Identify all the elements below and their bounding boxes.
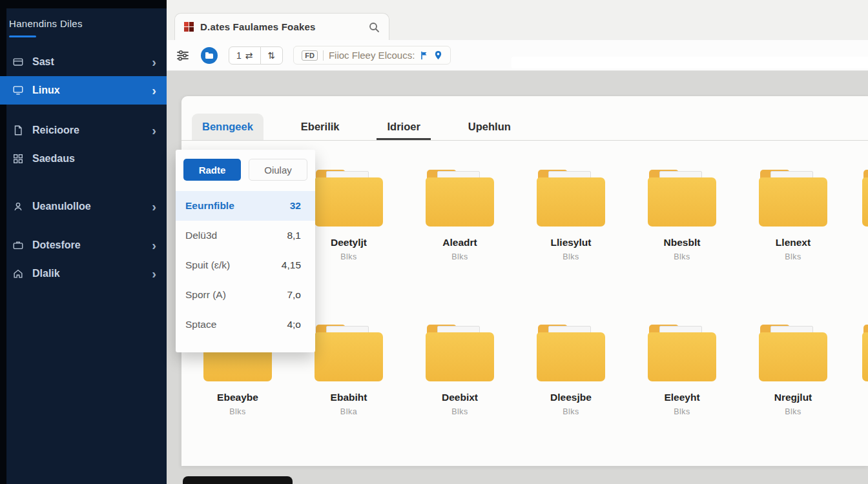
sidebar-item-reicioore[interactable]: Reicioore› bbox=[0, 116, 167, 145]
sidebar: Hanendins Diles Sast›Linux›Reicioore›Sae… bbox=[0, 0, 167, 484]
address-bar[interactable]: FD Fiioc Fleey Elcoucs: bbox=[293, 46, 451, 65]
updown-arrows-icon: ⇅ bbox=[268, 50, 276, 61]
page-number: 1 bbox=[236, 50, 242, 61]
pin-icon[interactable] bbox=[434, 50, 442, 60]
folder-icon bbox=[313, 170, 384, 227]
folder-name: Ebabiht bbox=[331, 392, 367, 403]
folder-item[interactable]: LlenextBlks bbox=[745, 170, 842, 261]
folder-icon bbox=[758, 325, 829, 381]
folder-name: Nregjlut bbox=[774, 392, 812, 403]
monitor-icon bbox=[12, 84, 25, 97]
window-tab-title: D.ates Faulames Foakes bbox=[200, 21, 316, 32]
folder-icon bbox=[424, 325, 495, 381]
folder-item[interactable]: DeebixtBlks bbox=[411, 325, 508, 416]
radte-button[interactable]: Radte bbox=[183, 159, 241, 181]
sidebar-item-label: Saedaus bbox=[32, 153, 75, 165]
folder-icon bbox=[313, 325, 384, 381]
folder-icon bbox=[535, 170, 606, 227]
popup-row-label: Spuit (ɛ/k) bbox=[185, 259, 230, 271]
sidebar-title: Hanendins Diles bbox=[9, 18, 167, 29]
user-icon bbox=[12, 200, 25, 213]
folder-subtitle: Blks bbox=[229, 407, 246, 416]
oiulay-button[interactable]: Oiulay bbox=[249, 159, 307, 181]
page-indicator[interactable]: 1 ⇄ bbox=[229, 47, 260, 64]
folder-item[interactable]: DleesjbeBlks bbox=[522, 325, 619, 416]
sidebar-item-label: Reicioore bbox=[32, 125, 79, 136]
folder-icon bbox=[646, 325, 718, 381]
address-text: Fiioc Fleey Elcoucs: bbox=[329, 50, 415, 61]
search-icon[interactable] bbox=[368, 21, 380, 33]
folder-icon bbox=[861, 325, 868, 381]
sliders-icon[interactable] bbox=[176, 48, 190, 63]
sidebar-item-saedaus[interactable]: Saedaus bbox=[0, 145, 167, 173]
drive-chip: FD bbox=[302, 50, 318, 61]
sidebar-item-label: Sast bbox=[32, 56, 54, 68]
popup-rows: Eeurnfible32Delü3d8,1Spuit (ɛ/k)4,15Spor… bbox=[176, 187, 315, 339]
sidebar-item-dlalik[interactable]: Dlalik› bbox=[0, 259, 167, 288]
chevron-right-icon: › bbox=[152, 84, 156, 97]
folder-item[interactable]: NbesbltBlks bbox=[634, 170, 730, 261]
folder-item[interactable] bbox=[848, 170, 868, 241]
window-tab[interactable]: D.ates Faulames Foakes bbox=[174, 13, 389, 40]
sidebar-item-ueanulolloe[interactable]: Ueanulolloe› bbox=[0, 192, 167, 221]
apps-icon bbox=[12, 152, 25, 165]
folder-item[interactable]: NregjlutBlks bbox=[745, 325, 842, 416]
folder-name: Lliesylut bbox=[551, 237, 592, 248]
stats-popup: RadteOiulay Eeurnfible32Delü3d8,1Spuit (… bbox=[176, 150, 315, 352]
folder-item[interactable]: AleadrtBlks bbox=[411, 170, 508, 261]
taskbar-fragment bbox=[183, 476, 293, 484]
folder-icon bbox=[424, 170, 495, 227]
chevron-right-icon: › bbox=[152, 200, 156, 213]
flag-icon[interactable] bbox=[420, 51, 429, 60]
folder-name: Eleeyht bbox=[664, 392, 699, 403]
popup-buttons: RadteOiulay bbox=[176, 150, 315, 187]
popup-row-value: 7,o bbox=[287, 289, 301, 301]
folder-icon bbox=[758, 170, 829, 227]
pager-control: 1 ⇄ ⇅ bbox=[229, 46, 283, 65]
chevron-right-icon: › bbox=[152, 124, 156, 137]
sidebar-item-label: Dotesfore bbox=[32, 239, 81, 251]
card-icon bbox=[12, 55, 25, 68]
sidebar-item-label: Dlalik bbox=[32, 268, 60, 279]
sidebar-item-sast[interactable]: Sast› bbox=[0, 48, 167, 76]
folder-name: Dleesjbe bbox=[550, 392, 592, 403]
tab-idrioer[interactable]: Idrioer bbox=[377, 114, 430, 140]
swap-arrows-icon: ⇄ bbox=[245, 50, 253, 61]
sort-toggle-button[interactable]: ⇅ bbox=[260, 47, 283, 64]
briefcase-icon bbox=[12, 239, 25, 252]
address-separator bbox=[323, 50, 324, 61]
popup-row[interactable]: Sptace4;o bbox=[176, 310, 315, 339]
folder-name: Deebixt bbox=[442, 392, 478, 403]
folder-subtitle: Blks bbox=[340, 252, 357, 261]
tab-benngeek[interactable]: Benngeek bbox=[192, 114, 264, 140]
sidebar-item-linux[interactable]: Linux› bbox=[0, 76, 167, 105]
folder-icon bbox=[646, 170, 718, 227]
folder-icon bbox=[535, 325, 606, 381]
chevron-right-icon: › bbox=[152, 267, 156, 280]
popup-row[interactable]: Spuit (ɛ/k)4,15 bbox=[176, 250, 315, 280]
blue-folder-button-icon[interactable] bbox=[200, 46, 218, 65]
folder-name: Nbesblt bbox=[664, 237, 701, 248]
content-tabs: BenngeekEberilikIdrioerUpehlun bbox=[192, 110, 521, 140]
popup-row[interactable]: Delü3d8,1 bbox=[176, 221, 315, 250]
tab-eberilik[interactable]: Eberilik bbox=[291, 114, 350, 140]
sidebar-items: Sast›Linux›Reicioore›SaedausUeanulolloe›… bbox=[0, 48, 167, 288]
folder-subtitle: Blks bbox=[563, 407, 579, 416]
folder-subtitle: Blka bbox=[340, 407, 357, 416]
popup-row[interactable]: Sporr (A)7,o bbox=[176, 280, 315, 310]
sidebar-item-dotesfore[interactable]: Dotesfore› bbox=[0, 231, 167, 259]
folder-subtitle: Blks bbox=[451, 252, 468, 261]
tab-upehlun[interactable]: Upehlun bbox=[458, 114, 521, 140]
folder-name: Llenext bbox=[776, 237, 811, 248]
window-tab-strip: D.ates Faulames Foakes bbox=[167, 0, 868, 40]
popup-row[interactable]: Eeurnfible32 bbox=[176, 191, 315, 221]
popup-row-label: Sporr (A) bbox=[185, 289, 226, 301]
folder-item[interactable] bbox=[848, 325, 868, 396]
home-icon bbox=[12, 267, 25, 280]
folder-item[interactable]: EleeyhtBlks bbox=[634, 325, 730, 416]
popup-row-value: 8,1 bbox=[287, 230, 301, 241]
popup-row-value: 4;o bbox=[287, 319, 301, 330]
secondary-toolbar-strip bbox=[512, 57, 868, 68]
folder-item[interactable]: LliesylutBlks bbox=[522, 170, 619, 261]
folder-subtitle: Blks bbox=[563, 252, 579, 261]
